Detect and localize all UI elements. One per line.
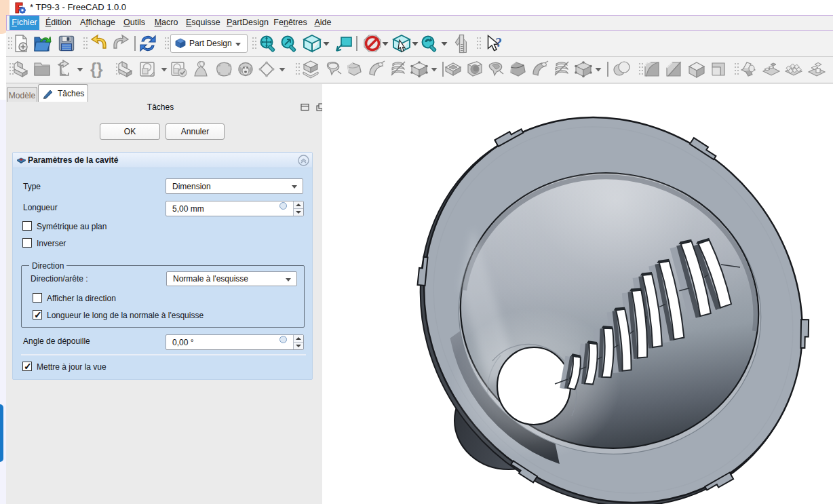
svg-text:{}: {} xyxy=(90,60,103,78)
svg-text:?: ? xyxy=(496,35,503,50)
